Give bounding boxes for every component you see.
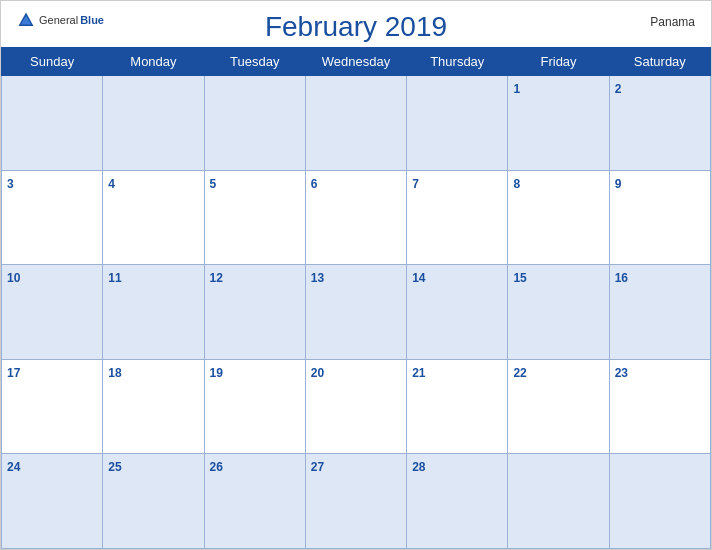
calendar-cell: 24 (2, 454, 103, 549)
calendar-cell (407, 76, 508, 171)
calendar-cell: 4 (103, 170, 204, 265)
day-number: 23 (615, 366, 628, 380)
calendar-cell: 13 (305, 265, 406, 360)
col-saturday: Saturday (609, 48, 710, 76)
col-friday: Friday (508, 48, 609, 76)
brand-blue-text: Blue (80, 14, 104, 26)
day-number: 6 (311, 177, 318, 191)
day-number: 27 (311, 460, 324, 474)
day-number: 17 (7, 366, 20, 380)
col-sunday: Sunday (2, 48, 103, 76)
calendar-cell: 16 (609, 265, 710, 360)
week-row-1: 3456789 (2, 170, 711, 265)
calendar-cell: 5 (204, 170, 305, 265)
day-number: 9 (615, 177, 622, 191)
brand-general-text: General (39, 14, 78, 26)
day-number: 19 (210, 366, 223, 380)
day-number: 7 (412, 177, 419, 191)
calendar-cell: 15 (508, 265, 609, 360)
col-wednesday: Wednesday (305, 48, 406, 76)
day-number: 5 (210, 177, 217, 191)
calendar-cell: 17 (2, 359, 103, 454)
calendar-header: General Blue February 2019 Panama (1, 1, 711, 47)
day-number: 16 (615, 271, 628, 285)
calendar-cell: 7 (407, 170, 508, 265)
day-number: 26 (210, 460, 223, 474)
calendar-cell: 25 (103, 454, 204, 549)
day-number: 11 (108, 271, 121, 285)
day-number: 10 (7, 271, 20, 285)
day-number: 2 (615, 82, 622, 96)
brand-icon (17, 11, 35, 29)
week-row-0: 12 (2, 76, 711, 171)
day-number: 1 (513, 82, 520, 96)
calendar-cell: 23 (609, 359, 710, 454)
days-of-week-row: Sunday Monday Tuesday Wednesday Thursday… (2, 48, 711, 76)
day-number: 20 (311, 366, 324, 380)
calendar-cell (305, 76, 406, 171)
day-number: 13 (311, 271, 324, 285)
country-label: Panama (650, 15, 695, 29)
calendar-cell: 8 (508, 170, 609, 265)
col-monday: Monday (103, 48, 204, 76)
calendar-cell: 18 (103, 359, 204, 454)
day-number: 18 (108, 366, 121, 380)
day-number: 8 (513, 177, 520, 191)
calendar-grid: Sunday Monday Tuesday Wednesday Thursday… (1, 47, 711, 549)
calendar-cell: 10 (2, 265, 103, 360)
col-tuesday: Tuesday (204, 48, 305, 76)
week-row-3: 17181920212223 (2, 359, 711, 454)
calendar-cell: 22 (508, 359, 609, 454)
week-row-4: 2425262728 (2, 454, 711, 549)
day-number: 24 (7, 460, 20, 474)
calendar-cell: 27 (305, 454, 406, 549)
calendar-cell: 2 (609, 76, 710, 171)
calendar-cell (508, 454, 609, 549)
day-number: 28 (412, 460, 425, 474)
calendar-cell: 26 (204, 454, 305, 549)
calendar-cell: 11 (103, 265, 204, 360)
calendar-cell (2, 76, 103, 171)
day-number: 14 (412, 271, 425, 285)
calendar: General Blue February 2019 Panama Sunday… (0, 0, 712, 550)
col-thursday: Thursday (407, 48, 508, 76)
day-number: 22 (513, 366, 526, 380)
month-year-title: February 2019 (265, 11, 447, 43)
calendar-cell: 21 (407, 359, 508, 454)
calendar-cell: 6 (305, 170, 406, 265)
calendar-cell: 3 (2, 170, 103, 265)
day-number: 15 (513, 271, 526, 285)
calendar-cell: 12 (204, 265, 305, 360)
day-number: 12 (210, 271, 223, 285)
calendar-cell: 28 (407, 454, 508, 549)
week-row-2: 10111213141516 (2, 265, 711, 360)
calendar-cell (204, 76, 305, 171)
calendar-cell: 20 (305, 359, 406, 454)
day-number: 25 (108, 460, 121, 474)
calendar-cell (103, 76, 204, 171)
brand-logo-area: General Blue (17, 11, 104, 29)
calendar-cell: 19 (204, 359, 305, 454)
day-number: 4 (108, 177, 115, 191)
calendar-cell: 14 (407, 265, 508, 360)
calendar-cell: 1 (508, 76, 609, 171)
calendar-cell: 9 (609, 170, 710, 265)
day-number: 21 (412, 366, 425, 380)
day-number: 3 (7, 177, 14, 191)
calendar-cell (609, 454, 710, 549)
